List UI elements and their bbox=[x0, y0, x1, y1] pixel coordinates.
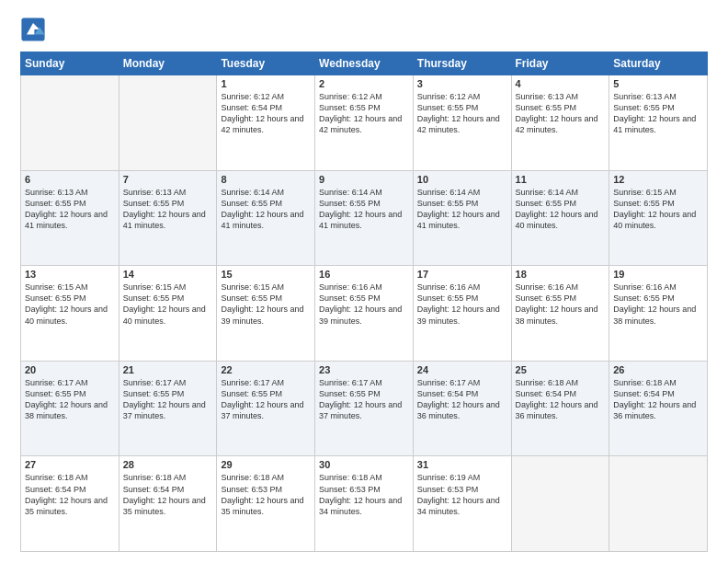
calendar-week-4: 20Sunrise: 6:17 AM Sunset: 6:55 PM Dayli… bbox=[21, 361, 708, 456]
logo bbox=[20, 17, 50, 42]
calendar-header-friday: Friday bbox=[511, 52, 609, 75]
day-info: Sunrise: 6:17 AM Sunset: 6:55 PM Dayligh… bbox=[123, 377, 213, 422]
day-info: Sunrise: 6:15 AM Sunset: 6:55 PM Dayligh… bbox=[25, 282, 115, 327]
day-info: Sunrise: 6:16 AM Sunset: 6:55 PM Dayligh… bbox=[613, 282, 703, 327]
day-number: 25 bbox=[516, 364, 606, 375]
calendar-cell: 28Sunrise: 6:18 AM Sunset: 6:54 PM Dayli… bbox=[119, 456, 217, 552]
day-number: 19 bbox=[613, 269, 703, 280]
day-info: Sunrise: 6:16 AM Sunset: 6:55 PM Dayligh… bbox=[417, 282, 507, 327]
calendar-header-sunday: Sunday bbox=[21, 52, 119, 75]
day-number: 28 bbox=[123, 459, 213, 470]
calendar-cell: 11Sunrise: 6:14 AM Sunset: 6:55 PM Dayli… bbox=[511, 170, 609, 266]
calendar-cell: 22Sunrise: 6:17 AM Sunset: 6:55 PM Dayli… bbox=[217, 361, 315, 456]
day-number: 17 bbox=[417, 269, 507, 280]
calendar-header-thursday: Thursday bbox=[413, 52, 511, 75]
calendar-cell: 3Sunrise: 6:12 AM Sunset: 6:55 PM Daylig… bbox=[413, 75, 511, 171]
day-info: Sunrise: 6:18 AM Sunset: 6:54 PM Dayligh… bbox=[516, 377, 606, 422]
day-info: Sunrise: 6:12 AM Sunset: 6:55 PM Dayligh… bbox=[319, 91, 409, 136]
calendar-cell bbox=[119, 75, 217, 171]
day-info: Sunrise: 6:14 AM Sunset: 6:55 PM Dayligh… bbox=[417, 187, 507, 232]
day-number: 4 bbox=[516, 78, 606, 89]
header bbox=[20, 17, 708, 42]
day-info: Sunrise: 6:17 AM Sunset: 6:54 PM Dayligh… bbox=[417, 377, 507, 422]
day-number: 5 bbox=[613, 78, 703, 89]
calendar-cell: 31Sunrise: 6:19 AM Sunset: 6:53 PM Dayli… bbox=[413, 456, 511, 552]
calendar-cell: 14Sunrise: 6:15 AM Sunset: 6:55 PM Dayli… bbox=[119, 266, 217, 362]
calendar-cell: 2Sunrise: 6:12 AM Sunset: 6:55 PM Daylig… bbox=[315, 75, 414, 171]
calendar-cell: 27Sunrise: 6:18 AM Sunset: 6:54 PM Dayli… bbox=[21, 456, 119, 552]
day-number: 20 bbox=[25, 364, 115, 375]
calendar-cell: 15Sunrise: 6:15 AM Sunset: 6:55 PM Dayli… bbox=[217, 266, 315, 362]
day-info: Sunrise: 6:14 AM Sunset: 6:55 PM Dayligh… bbox=[516, 187, 606, 232]
day-number: 29 bbox=[221, 459, 311, 470]
day-info: Sunrise: 6:16 AM Sunset: 6:55 PM Dayligh… bbox=[516, 282, 606, 327]
day-info: Sunrise: 6:18 AM Sunset: 6:53 PM Dayligh… bbox=[319, 472, 409, 517]
day-number: 7 bbox=[123, 174, 213, 185]
calendar-cell: 29Sunrise: 6:18 AM Sunset: 6:53 PM Dayli… bbox=[217, 456, 315, 552]
day-number: 31 bbox=[417, 459, 507, 470]
calendar-cell: 21Sunrise: 6:17 AM Sunset: 6:55 PM Dayli… bbox=[119, 361, 217, 456]
calendar-week-1: 1Sunrise: 6:12 AM Sunset: 6:54 PM Daylig… bbox=[21, 75, 708, 171]
calendar-cell: 30Sunrise: 6:18 AM Sunset: 6:53 PM Dayli… bbox=[315, 456, 414, 552]
logo-icon bbox=[20, 17, 46, 42]
calendar-cell: 20Sunrise: 6:17 AM Sunset: 6:55 PM Dayli… bbox=[21, 361, 119, 456]
day-number: 8 bbox=[221, 174, 311, 185]
calendar-cell: 19Sunrise: 6:16 AM Sunset: 6:55 PM Dayli… bbox=[609, 266, 708, 362]
calendar-cell: 9Sunrise: 6:14 AM Sunset: 6:55 PM Daylig… bbox=[315, 170, 414, 266]
day-number: 6 bbox=[25, 174, 115, 185]
calendar-header-monday: Monday bbox=[119, 52, 217, 75]
calendar-header-saturday: Saturday bbox=[609, 52, 708, 75]
day-number: 13 bbox=[25, 269, 115, 280]
calendar-cell: 17Sunrise: 6:16 AM Sunset: 6:55 PM Dayli… bbox=[413, 266, 511, 362]
calendar-cell: 12Sunrise: 6:15 AM Sunset: 6:55 PM Dayli… bbox=[609, 170, 708, 266]
day-number: 21 bbox=[123, 364, 213, 375]
day-number: 26 bbox=[613, 364, 703, 375]
calendar-cell bbox=[21, 75, 119, 171]
calendar-header-wednesday: Wednesday bbox=[315, 52, 414, 75]
calendar-cell: 18Sunrise: 6:16 AM Sunset: 6:55 PM Dayli… bbox=[511, 266, 609, 362]
calendar-table: SundayMondayTuesdayWednesdayThursdayFrid… bbox=[20, 52, 708, 552]
day-info: Sunrise: 6:17 AM Sunset: 6:55 PM Dayligh… bbox=[25, 377, 115, 422]
day-number: 24 bbox=[417, 364, 507, 375]
day-info: Sunrise: 6:13 AM Sunset: 6:55 PM Dayligh… bbox=[516, 91, 606, 136]
calendar-cell: 13Sunrise: 6:15 AM Sunset: 6:55 PM Dayli… bbox=[21, 266, 119, 362]
calendar-cell: 25Sunrise: 6:18 AM Sunset: 6:54 PM Dayli… bbox=[511, 361, 609, 456]
day-info: Sunrise: 6:12 AM Sunset: 6:55 PM Dayligh… bbox=[417, 91, 507, 136]
calendar-header-row: SundayMondayTuesdayWednesdayThursdayFrid… bbox=[21, 52, 708, 75]
day-info: Sunrise: 6:15 AM Sunset: 6:55 PM Dayligh… bbox=[221, 282, 311, 327]
day-number: 2 bbox=[319, 78, 409, 89]
day-number: 16 bbox=[319, 269, 409, 280]
calendar-header-tuesday: Tuesday bbox=[217, 52, 315, 75]
day-info: Sunrise: 6:14 AM Sunset: 6:55 PM Dayligh… bbox=[319, 187, 409, 232]
day-info: Sunrise: 6:17 AM Sunset: 6:55 PM Dayligh… bbox=[221, 377, 311, 422]
day-info: Sunrise: 6:14 AM Sunset: 6:55 PM Dayligh… bbox=[221, 187, 311, 232]
calendar-week-3: 13Sunrise: 6:15 AM Sunset: 6:55 PM Dayli… bbox=[21, 266, 708, 362]
day-info: Sunrise: 6:18 AM Sunset: 6:54 PM Dayligh… bbox=[613, 377, 703, 422]
day-info: Sunrise: 6:18 AM Sunset: 6:54 PM Dayligh… bbox=[123, 472, 213, 517]
calendar-cell: 6Sunrise: 6:13 AM Sunset: 6:55 PM Daylig… bbox=[21, 170, 119, 266]
day-number: 9 bbox=[319, 174, 409, 185]
day-info: Sunrise: 6:15 AM Sunset: 6:55 PM Dayligh… bbox=[613, 187, 703, 232]
calendar-week-2: 6Sunrise: 6:13 AM Sunset: 6:55 PM Daylig… bbox=[21, 170, 708, 266]
day-number: 11 bbox=[516, 174, 606, 185]
day-number: 12 bbox=[613, 174, 703, 185]
calendar-cell: 1Sunrise: 6:12 AM Sunset: 6:54 PM Daylig… bbox=[217, 75, 315, 171]
day-info: Sunrise: 6:19 AM Sunset: 6:53 PM Dayligh… bbox=[417, 472, 507, 517]
day-info: Sunrise: 6:17 AM Sunset: 6:55 PM Dayligh… bbox=[319, 377, 409, 422]
calendar-cell: 5Sunrise: 6:13 AM Sunset: 6:55 PM Daylig… bbox=[609, 75, 708, 171]
calendar-week-5: 27Sunrise: 6:18 AM Sunset: 6:54 PM Dayli… bbox=[21, 456, 708, 552]
calendar-cell bbox=[609, 456, 708, 552]
day-number: 14 bbox=[123, 269, 213, 280]
day-number: 23 bbox=[319, 364, 409, 375]
day-number: 1 bbox=[221, 78, 311, 89]
calendar-cell: 10Sunrise: 6:14 AM Sunset: 6:55 PM Dayli… bbox=[413, 170, 511, 266]
day-info: Sunrise: 6:13 AM Sunset: 6:55 PM Dayligh… bbox=[613, 91, 703, 136]
day-number: 27 bbox=[25, 459, 115, 470]
calendar-cell: 16Sunrise: 6:16 AM Sunset: 6:55 PM Dayli… bbox=[315, 266, 414, 362]
calendar-cell bbox=[511, 456, 609, 552]
page: SundayMondayTuesdayWednesdayThursdayFrid… bbox=[0, 0, 728, 563]
day-number: 30 bbox=[319, 459, 409, 470]
day-number: 18 bbox=[516, 269, 606, 280]
day-info: Sunrise: 6:13 AM Sunset: 6:55 PM Dayligh… bbox=[25, 187, 115, 232]
day-number: 15 bbox=[221, 269, 311, 280]
